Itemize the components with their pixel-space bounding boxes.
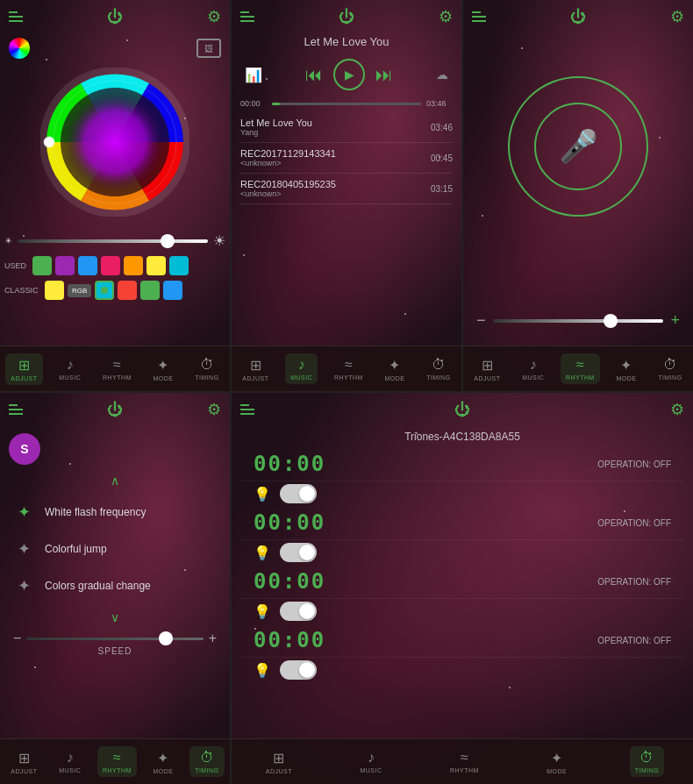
timer-item-3[interactable]: 00:00 OPERATION: OFF xyxy=(240,565,684,599)
classic-color-selected[interactable] xyxy=(95,281,114,300)
rhythm-icon: ≈ xyxy=(345,357,353,373)
speed-track[interactable] xyxy=(26,638,203,640)
toggle-switch-1[interactable] xyxy=(280,484,317,503)
music-icon: ♪ xyxy=(67,357,74,373)
power-icon-timing[interactable]: ⏻ xyxy=(454,401,470,419)
nav-item-rhythm[interactable]: ≈ RHYTHM xyxy=(329,353,368,384)
nav-item-timing[interactable]: ⏱ TIMING xyxy=(653,353,688,384)
color-picker-icon[interactable] xyxy=(9,38,30,59)
nav-item-music[interactable]: ♪ MUSIC xyxy=(54,353,86,384)
sensitivity-track[interactable] xyxy=(493,319,664,323)
mode-item-white-flash[interactable]: ✦ White flash frequency xyxy=(13,494,217,531)
nav-item-rhythm[interactable]: ≈ RHYTHM xyxy=(445,746,484,777)
classic-color-swatch[interactable] xyxy=(118,281,137,300)
timer-item-4[interactable]: 00:00 OPERATION: OFF xyxy=(240,624,684,658)
nav-item-mode[interactable]: ✦ MODE xyxy=(379,353,410,385)
nav-item-mode[interactable]: ✦ MODE xyxy=(147,746,178,778)
chevron-down[interactable]: ∨ xyxy=(0,609,230,626)
hamburger-menu-mode[interactable] xyxy=(9,404,23,415)
hamburger-menu-adjust[interactable] xyxy=(9,11,23,22)
gear-icon-rhythm[interactable]: ⚙ xyxy=(670,7,684,26)
timer-operation-4: OPERATION: OFF xyxy=(597,636,671,645)
nav-item-music[interactable]: ♪ MUSIC xyxy=(285,353,318,384)
used-color-swatch[interactable] xyxy=(78,256,97,275)
nav-item-adjust[interactable]: ⊞ ADJUST xyxy=(261,746,297,778)
gear-icon-timing[interactable]: ⚙ xyxy=(670,400,684,419)
used-color-swatch[interactable] xyxy=(101,256,120,275)
nav-item-timing[interactable]: ⏱ TIMING xyxy=(189,746,225,777)
brightness-track[interactable] xyxy=(18,239,208,243)
used-color-swatch[interactable] xyxy=(32,256,52,275)
classic-color-swatch[interactable] xyxy=(45,281,64,300)
track-item[interactable]: REC20180405195235 <unknown> 03:15 xyxy=(240,174,453,204)
nav-label: MODE xyxy=(384,375,404,381)
used-color-swatch[interactable] xyxy=(124,256,143,275)
track-name: REC20171129143341 xyxy=(240,148,336,159)
timer-item-2[interactable]: 00:00 OPERATION: OFF xyxy=(240,506,684,540)
hamburger-menu-timing[interactable] xyxy=(240,404,254,415)
toggle-switch-2[interactable] xyxy=(280,543,317,562)
used-color-swatch[interactable] xyxy=(146,256,166,275)
power-icon-adjust[interactable]: ⏻ xyxy=(107,8,123,26)
mode-item-label: Colorful jump xyxy=(45,543,107,555)
used-color-swatch[interactable] xyxy=(55,256,75,275)
power-icon-rhythm[interactable]: ⏻ xyxy=(570,8,586,26)
chevron-up[interactable]: ∧ xyxy=(0,472,230,489)
nav-item-mode[interactable]: ✦ MODE xyxy=(147,353,178,385)
power-icon-mode[interactable]: ⏻ xyxy=(107,401,123,419)
classic-color-swatch[interactable] xyxy=(163,281,182,300)
image-icon[interactable]: 🖼 xyxy=(196,39,221,58)
stats-icon[interactable]: 📊 xyxy=(245,67,262,83)
play-button[interactable]: ▶ xyxy=(333,59,365,90)
gear-icon-adjust[interactable]: ⚙ xyxy=(207,7,221,26)
progress-bar[interactable] xyxy=(272,103,421,105)
nav-item-adjust[interactable]: ⊞ ADJUST xyxy=(5,353,42,385)
hamburger-menu-music[interactable] xyxy=(240,11,254,22)
nav-item-rhythm[interactable]: ≈ RHYTHM xyxy=(561,353,600,384)
toggle-switch-3[interactable] xyxy=(280,602,317,621)
prev-button[interactable]: ⏮ xyxy=(305,66,323,83)
brightness-thumb[interactable] xyxy=(161,234,175,248)
speed-thumb[interactable] xyxy=(159,631,173,645)
track-duration: 00:45 xyxy=(431,153,453,163)
toggle-switch-4[interactable] xyxy=(280,660,317,680)
top-bar-mode: ⏻ ⚙ xyxy=(0,393,230,426)
nav-item-rhythm[interactable]: ≈ RHYTHM xyxy=(97,746,137,777)
timer-row-4: 💡 xyxy=(240,658,684,682)
timer-operation-1: OPERATION: OFF xyxy=(597,460,671,469)
track-item[interactable]: REC20171129143341 <unknown> 00:45 xyxy=(240,143,453,174)
nav-item-music[interactable]: ♪ MUSIC xyxy=(354,746,387,777)
nav-item-rhythm[interactable]: ≈ RHYTHM xyxy=(97,353,137,384)
power-icon-music[interactable]: ⏻ xyxy=(339,8,354,26)
cloud-icon[interactable]: ☁ xyxy=(436,68,448,82)
nav-item-timing[interactable]: ⏱ TIMING xyxy=(630,746,665,777)
track-item[interactable]: Let Me Love You Yang 03:46 xyxy=(240,112,453,143)
speed-plus-icon[interactable]: + xyxy=(209,631,217,646)
nav-item-adjust[interactable]: ⊞ ADJUST xyxy=(468,353,505,385)
color-wheel[interactable] xyxy=(40,68,189,217)
hamburger-menu-rhythm[interactable] xyxy=(472,11,486,22)
brightness-high-icon: ☀ xyxy=(213,232,225,249)
nav-item-music[interactable]: ♪ MUSIC xyxy=(54,746,86,777)
used-color-swatch[interactable] xyxy=(169,256,189,275)
timer-item-1[interactable]: 00:00 OPERATION: OFF xyxy=(240,447,684,481)
nav-item-timing[interactable]: ⏱ TIMING xyxy=(421,353,456,384)
rgb-button[interactable]: RGB xyxy=(68,284,91,297)
mode-item-colorful-jump[interactable]: ✦ Colorful jump xyxy=(13,531,217,567)
gear-icon-mode[interactable]: ⚙ xyxy=(207,400,221,419)
nav-item-mode[interactable]: ✦ MODE xyxy=(611,353,641,385)
nav-item-adjust[interactable]: ⊞ ADJUST xyxy=(5,746,42,778)
classic-color-swatch[interactable] xyxy=(140,281,160,300)
sensitivity-thumb[interactable] xyxy=(604,314,618,328)
nav-item-adjust[interactable]: ⊞ ADJUST xyxy=(237,353,274,385)
device-name: Triones-A4C138DA8A55 xyxy=(232,426,693,447)
speed-minus-icon[interactable]: − xyxy=(13,631,21,646)
nav-item-music[interactable]: ♪ MUSIC xyxy=(517,353,549,384)
nav-label: MODE xyxy=(547,768,567,774)
gear-icon-music[interactable]: ⚙ xyxy=(439,7,453,26)
nav-item-mode[interactable]: ✦ MODE xyxy=(541,746,572,778)
nav-label: RHYTHM xyxy=(103,767,132,773)
mode-item-gradual-change[interactable]: ✦ Colors gradual change xyxy=(13,567,217,604)
nav-item-timing[interactable]: ⏱ TIMING xyxy=(189,353,225,384)
next-button[interactable]: ⏭ xyxy=(375,66,393,83)
